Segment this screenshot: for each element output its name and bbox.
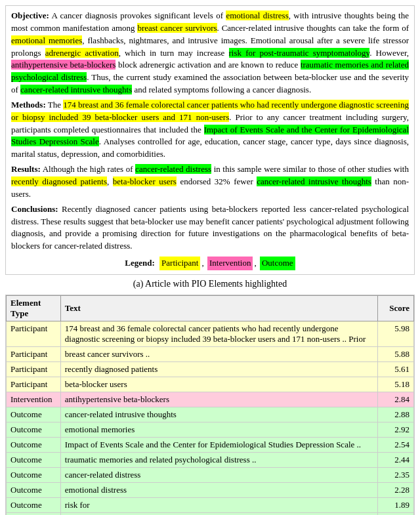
article-box: Objective: A cancer diagnosis provokes s… bbox=[5, 5, 415, 275]
res-hl1: cancer-related distress bbox=[135, 164, 211, 174]
table-row: Outcometraumatic memories and related ps… bbox=[7, 452, 414, 467]
conclusions-paragraph: Conclusions: Recently diagnosed cancer p… bbox=[11, 203, 409, 253]
cell-text: emotional distress bbox=[60, 482, 377, 497]
cell-score: 5.18 bbox=[378, 377, 414, 392]
cell-element-type: Participant bbox=[7, 361, 61, 377]
outer-container: Objective: A cancer diagnosis provokes s… bbox=[0, 0, 420, 515]
table-row: Outcomesymptomatology ..1.82 bbox=[7, 512, 414, 515]
methods-label: Methods: bbox=[11, 100, 46, 110]
res-hl2: recently diagnosed patients bbox=[11, 176, 107, 186]
res-text2: in this sample were similar to those of … bbox=[211, 164, 409, 174]
res-hl4: cancer-related intrusive thoughts bbox=[257, 176, 371, 186]
cell-element-type: Outcome bbox=[7, 467, 61, 482]
legend-intervention: Intervention bbox=[207, 257, 253, 270]
cell-text: antihypertensive beta-blockers bbox=[60, 392, 377, 407]
cell-score: 2.84 bbox=[378, 392, 414, 407]
cell-element-type: Outcome bbox=[7, 512, 61, 515]
cell-text: recently diagnosed patients bbox=[60, 361, 377, 377]
cell-text: risk for bbox=[60, 497, 377, 512]
cell-element-type: Outcome bbox=[7, 497, 61, 512]
methods-paragraph: Methods: The 174 breast and 36 female co… bbox=[11, 99, 409, 161]
results-label: Results: bbox=[11, 164, 41, 174]
obj-hl2: breast cancer survivors bbox=[137, 23, 217, 33]
table-row: Outcomecancer-related intrusive thoughts… bbox=[7, 407, 414, 422]
obj-hl1: emotional distress bbox=[226, 10, 288, 20]
cell-score: 5.61 bbox=[378, 361, 414, 377]
res-text3: , bbox=[107, 176, 113, 186]
table-row: Participantrecently diagnosed patients5.… bbox=[7, 361, 414, 377]
table-row: Outcomerisk for1.89 bbox=[7, 497, 414, 512]
table-row: Outcomeemotional memories2.92 bbox=[7, 422, 414, 437]
objective-label: Objective: bbox=[11, 10, 49, 20]
cell-text: Impact of Events Scale and the Center fo… bbox=[60, 437, 377, 452]
col-text: Text bbox=[60, 295, 377, 321]
obj-hl8: cancer-related intrusive thoughts bbox=[20, 85, 132, 94]
caption-a: (a) Article with PIO Elements highlighte… bbox=[5, 279, 415, 289]
cell-score: 2.35 bbox=[378, 467, 414, 482]
cell-text: breast cancer survivors .. bbox=[60, 346, 377, 361]
cell-element-type: Participant bbox=[7, 321, 61, 346]
cell-text: emotional memories bbox=[60, 422, 377, 437]
cell-text: traumatic memories and related psycholog… bbox=[60, 452, 377, 467]
cell-score: 5.98 bbox=[378, 321, 414, 346]
pio-table: Element Type Text Score Participant174 b… bbox=[6, 295, 414, 515]
col-score: Score bbox=[378, 295, 414, 321]
results-paragraph: Results: Although the high rates of canc… bbox=[11, 163, 409, 201]
cell-score: 5.88 bbox=[378, 346, 414, 361]
cell-element-type: Participant bbox=[7, 346, 61, 361]
table-row: Interventionantihypertensive beta-blocke… bbox=[7, 392, 414, 407]
table-container: Element Type Text Score Participant174 b… bbox=[5, 295, 415, 515]
table-row: Participantbeta-blocker users5.18 bbox=[7, 377, 414, 392]
conclusions-label: Conclusions: bbox=[11, 204, 58, 214]
table-row: Outcomeemotional distress2.28 bbox=[7, 482, 414, 497]
table-row: OutcomeImpact of Events Scale and the Ce… bbox=[7, 437, 414, 452]
table-header-row: Element Type Text Score bbox=[7, 295, 414, 321]
cell-score: 1.89 bbox=[378, 497, 414, 512]
legend-outcome: Outcome bbox=[260, 257, 295, 270]
legend-label: Legend: bbox=[125, 257, 155, 270]
cell-score: 2.54 bbox=[378, 437, 414, 452]
obj-hl6: antihypertensive beta-blockers bbox=[11, 60, 116, 70]
res-hl3: beta-blocker users bbox=[113, 176, 177, 186]
obj-text1: A cancer diagnosis provokes significant … bbox=[49, 10, 226, 20]
cell-text: beta-blocker users bbox=[60, 377, 377, 392]
res-text4: endorsed 32% fewer bbox=[177, 176, 257, 186]
table-row: Outcomecancer-related distress2.35 bbox=[7, 467, 414, 482]
cell-score: 1.82 bbox=[378, 512, 414, 515]
cell-element-type: Outcome bbox=[7, 407, 61, 422]
obj-hl5: risk for post-traumatic symptomatology bbox=[229, 48, 370, 58]
obj-text5: , which in turn may increase bbox=[119, 48, 229, 58]
objective-paragraph: Objective: A cancer diagnosis provokes s… bbox=[11, 10, 409, 96]
conc-text: Recently diagnosed cancer patients using… bbox=[11, 204, 409, 251]
table-row: Participantbreast cancer survivors ..5.8… bbox=[7, 346, 414, 361]
obj-text6: . However, bbox=[369, 48, 409, 58]
obj-text3: . Cancer-related intrusive thoughts can … bbox=[217, 23, 409, 33]
cell-element-type: Outcome bbox=[7, 452, 61, 467]
obj-text9: and related symptoms following a cancer … bbox=[132, 85, 311, 94]
cell-text: cancer-related intrusive thoughts bbox=[60, 407, 377, 422]
obj-hl3: emotional memories bbox=[11, 35, 82, 45]
obj-hl4: adrenergic activation bbox=[45, 48, 119, 58]
cell-score: 2.88 bbox=[378, 407, 414, 422]
legend-participant: Participant bbox=[159, 257, 200, 270]
cell-text: 174 breast and 36 female colorectal canc… bbox=[60, 321, 377, 346]
cell-score: 2.28 bbox=[378, 482, 414, 497]
cell-score: 2.92 bbox=[378, 422, 414, 437]
cell-element-type: Participant bbox=[7, 377, 61, 392]
meth-text1: The bbox=[46, 100, 64, 110]
cell-element-type: Intervention bbox=[7, 392, 61, 407]
cell-text: cancer-related distress bbox=[60, 467, 377, 482]
col-element-type: Element Type bbox=[7, 295, 61, 321]
table-row: Participant174 breast and 36 female colo… bbox=[7, 321, 414, 346]
obj-text7: block adrenergic activation and are know… bbox=[116, 60, 300, 70]
legend-row: Legend: Participant, Intervention, Outco… bbox=[11, 257, 409, 270]
cell-text: symptomatology .. bbox=[60, 512, 377, 515]
cell-score: 2.44 bbox=[378, 452, 414, 467]
cell-element-type: Outcome bbox=[7, 482, 61, 497]
cell-element-type: Outcome bbox=[7, 437, 61, 452]
res-text1: Although the high rates of bbox=[41, 164, 135, 174]
cell-element-type: Outcome bbox=[7, 422, 61, 437]
